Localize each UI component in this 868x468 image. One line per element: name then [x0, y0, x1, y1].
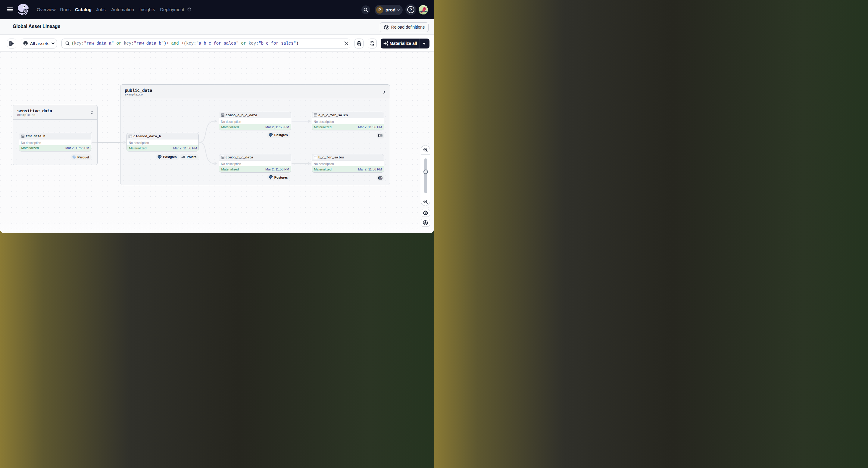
- svg-text:CSV: CSV: [379, 177, 382, 179]
- svg-text:CSV: CSV: [379, 135, 382, 137]
- svg-text:?: ?: [410, 7, 412, 12]
